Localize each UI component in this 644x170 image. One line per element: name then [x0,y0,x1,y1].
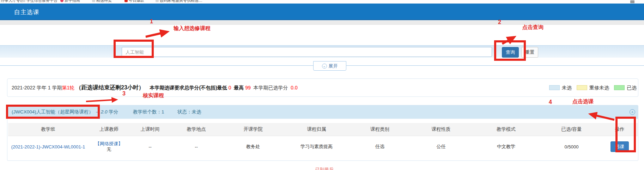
status-legend: 未选 重修未选 已选 [549,85,637,91]
annotation-number-1: 1 [150,18,153,25]
class-place: -- [170,144,222,150]
bookmark-icon [22,0,25,2]
col-header-teacher: 上课教师 [88,126,130,133]
annotation-label-3: 核实课程 [143,92,164,99]
bookmark-item[interactable]: 新手指南 [60,0,80,3]
annotation-box-course-title [6,105,100,119]
expand-toggle[interactable]: ⌄ 展开 [313,61,346,71]
class-table: 教学班 上课教师 上课时间 教学地点 开课学院 课程归属 课程类别 课程性质 教… [8,123,638,157]
bookmark-item[interactable]: 今日爆款 [124,0,144,3]
class-belong: 学习与素质提高 [284,143,349,150]
legend-item-selected: 已选 [614,85,637,91]
bookmark-icon [60,0,63,2]
arrow-step1 [146,32,167,37]
table-row: (2021-2022-1)-JWCX004-WL0001-1 【网络授课】 无 … [8,136,638,157]
class-capacity: 0/5000 [541,144,602,150]
expand-label: 展开 [329,63,338,69]
annotation-number-3: 3 [122,90,126,97]
bookmark-item[interactable]: 精选特卖 [92,0,112,3]
course-summary-bar[interactable]: (JWCX004)人工智能（超星网络课程） － 2.0 学分 教学班个数：1 状… [7,105,638,119]
annotation-box-search-input [114,40,154,58]
col-header-place: 教学地点 [170,126,222,133]
bookmark-icon [124,0,128,2]
table-header-row: 教学班 上课教师 上课时间 教学地点 开课学院 课程归属 课程类别 课程性质 教… [8,123,638,136]
sub-header-strip [0,20,644,25]
min-credit-value: 0 [229,85,231,90]
annotation-label-4: 点击选课 [572,98,594,105]
teacher-cell: 【网络授课】 无 [88,141,130,153]
col-header-capacity: 已选/容量 [541,126,602,133]
selected-credit-value: 0.0 [291,85,297,90]
annotation-number-4: 4 [549,99,552,105]
bookmark-icon [156,0,159,2]
page-title: 自主选课 [14,8,40,16]
bookmark-item[interactable]: 办事大厅专区 [1,0,24,3]
arrow-step3 [86,100,116,101]
page-header: 自主选课 [0,4,644,20]
legend-item-retake: 重修未选 [577,85,609,91]
max-credit-value: 99 [245,85,251,90]
online-teaching-tag: 【网络授课】 [88,141,130,147]
class-college: 教务处 [222,143,284,150]
col-header-nature: 课程性质 [411,126,472,133]
annotation-box-select-button [615,117,636,152]
annotation-label-1: 输入想选修课程 [174,25,211,32]
course-status-label: 状态：未选 [177,109,201,115]
max-credit-label: 最高 [234,85,244,90]
class-nature: 公任 [411,143,472,150]
credit-requirement-label: 本学期选课要求总学分(不包括)最低 [150,85,227,90]
class-count-label: 教学班个数：1 [133,109,164,115]
col-header-category: 课程类别 [349,126,411,133]
bookmark-item[interactable]: 数码家电盛典专供精选… [156,0,202,3]
bookmark-icon [92,0,95,2]
browser-toolbar-icon[interactable] [630,0,634,3]
col-header-college: 开课学院 [222,126,284,133]
legend-item-unselected: 未选 [549,85,572,91]
teacher-name: 无 [88,147,130,152]
col-header-class: 教学班 [8,126,88,133]
bookmark-item[interactable]: 学生综合服务平台 [22,0,57,3]
course-selection-page: 办事大厅专区 学生综合服务平台 新手指南 精选特卖 今日爆款 数码家电盛典专供精… [0,0,644,170]
retake-swatch [577,85,587,90]
unselected-swatch [549,85,560,90]
class-category: 任选 [349,143,411,150]
semester-label: 2021-2022 学年 1 学期 [12,85,62,90]
col-header-belong: 课程归属 [284,126,349,133]
list-end-text: 已到最后 [315,166,334,170]
bookmarks-bar: 办事大厅专区 学生综合服务平台 新手指南 精选特卖 今日爆款 数码家电盛典专供精… [0,0,644,4]
chevron-up-icon[interactable]: ∧ [630,109,635,115]
semester-info-text: 2021-2022 学年 1 学期第1轮 （距选课结束还剩23小时） 本学期选课… [12,84,298,92]
course-result-section: (JWCX004)人工智能（超星网络课程） － 2.0 学分 教学班个数：1 状… [7,105,638,161]
selected-swatch [614,85,625,90]
class-time: -- [130,144,170,150]
round-label: 第1轮 [62,85,74,90]
class-mode: 中文教学 [472,143,541,150]
annotation-box-query-button [494,40,526,61]
course-search-input[interactable] [122,47,492,57]
annotation-label-2: 点击查询 [522,24,543,31]
col-header-mode: 教学模式 [472,126,541,133]
annotation-number-2: 2 [498,19,501,25]
class-code-link[interactable]: (2021-2022-1)-JWCX004-WL0001-1 [8,144,88,150]
semester-info-panel: 2021-2022 学年 1 学期第1轮 （距选课结束还剩23小时） 本学期选课… [7,78,638,97]
search-panel: 查询 重置 ⌄ 展开 [0,45,644,66]
col-header-time: 上课时间 [130,126,170,133]
selected-credit-label: 本学期已选学分 [254,85,288,90]
deadline-label: （距选课结束还剩23小时） [76,84,144,90]
chevron-down-icon: ⌄ [322,64,327,69]
